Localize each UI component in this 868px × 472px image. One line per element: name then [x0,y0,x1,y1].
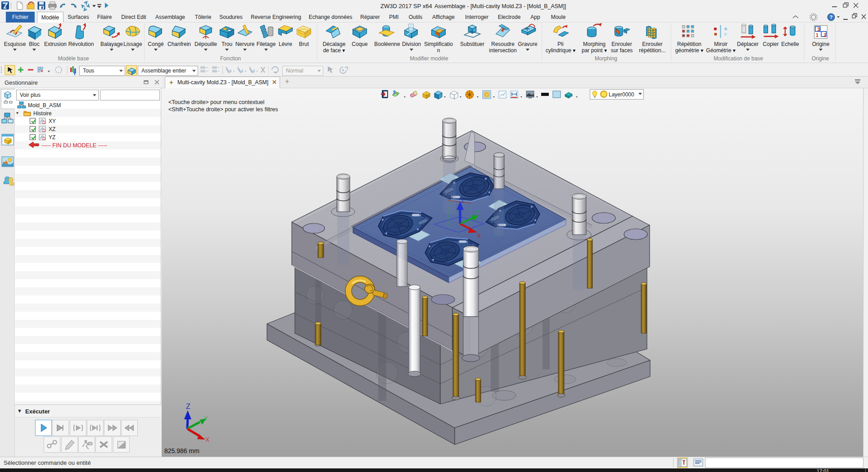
svg-text:Z: Z [461,198,464,204]
svg-text:Y: Y [204,415,208,422]
svg-text:3: 3 [817,27,820,32]
svg-text:1: 1 [816,32,818,38]
svg-text:Y: Y [475,209,479,216]
svg-text:?: ? [830,14,833,20]
svg-text:X: X [205,436,210,443]
svg-text:Z: Z [186,403,190,410]
svg-text:X: X [477,233,481,239]
svg-text:2: 2 [824,32,827,38]
svg-text:825.986 mm: 825.986 mm [164,447,199,454]
